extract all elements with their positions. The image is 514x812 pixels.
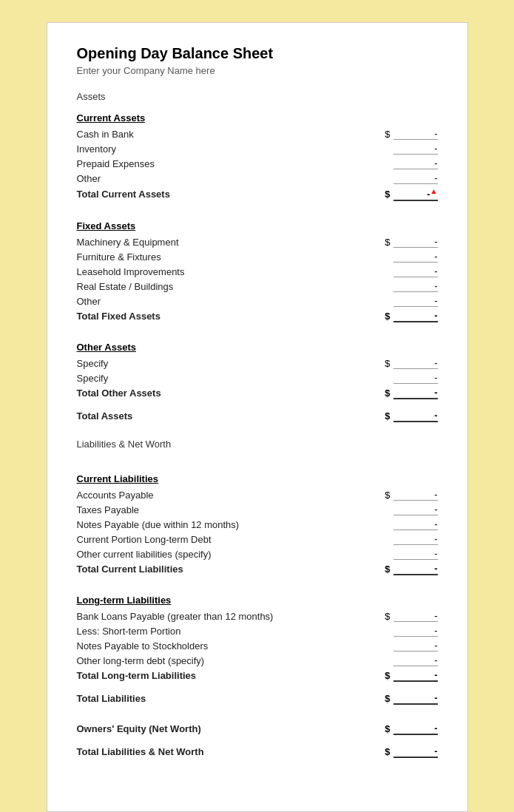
list-item: Current Portion Long-term Debt - [77, 532, 438, 547]
owners-equity-row: Owners' Equity (Net Worth) $ - [77, 721, 438, 737]
list-item: Real Estate / Buildings - [77, 279, 438, 294]
total-assets-label: Total Assets [77, 410, 319, 422]
item-label: Cash in Bank [77, 129, 319, 140]
other-assets-header: Other Assets [77, 342, 438, 353]
total-current-assets-row: Total Current Assets $ -▲ [77, 186, 438, 203]
list-item: Notes Payable to Stockholders - [77, 638, 438, 653]
list-item: Inventory - [77, 141, 438, 156]
list-item: Accounts Payable $ - [77, 487, 438, 502]
list-item: Other - [77, 294, 438, 308]
list-item: Bank Loans Payable (greater than 12 mont… [77, 609, 438, 623]
list-item: Prepaid Expenses - [77, 156, 438, 171]
list-item: Other - [77, 171, 438, 186]
total-other-assets-row: Total Other Assets $ - [77, 385, 438, 401]
list-item: Less: Short-term Portion - [77, 623, 438, 638]
assets-label: Assets [77, 91, 438, 102]
total-liabilities-networth-label: Total Liabilities & Net Worth [77, 746, 319, 757]
page-title: Opening Day Balance Sheet [77, 45, 438, 62]
list-item: Taxes Payable - [77, 502, 438, 517]
current-liabilities-header: Current Liabilities [77, 473, 438, 484]
total-current-liabilities-label: Total Current Liabilities [77, 564, 319, 575]
total-fixed-assets-row: Total Fixed Assets $ - [77, 308, 438, 324]
list-item: Notes Payable (due within 12 months) - [77, 517, 438, 532]
total-other-assets-label: Total Other Assets [77, 388, 319, 399]
list-item: Machinery & Equipment $ - [77, 234, 438, 249]
fixed-assets-header: Fixed Assets [77, 220, 438, 231]
total-current-liabilities-row: Total Current Liabilities $ - [77, 561, 438, 577]
list-item: Cash in Bank $ - [77, 126, 438, 141]
total-fixed-assets-label: Total Fixed Assets [77, 311, 319, 322]
total-assets-row: Total Assets $ - [77, 408, 438, 424]
company-name-subtitle: Enter your Company Name here [77, 65, 438, 76]
list-item: Specify - [77, 371, 438, 385]
total-liabilities-label: Total Liabilities [77, 693, 319, 704]
owners-equity-label: Owners' Equity (Net Worth) [77, 723, 319, 734]
total-current-assets-label: Total Current Assets [77, 189, 319, 200]
current-assets-header: Current Assets [77, 112, 438, 124]
list-item: Furniture & Fixtures - [77, 249, 438, 264]
total-liabilities-row: Total Liabilities $ - [77, 691, 438, 706]
item-amount: $ - [319, 128, 438, 140]
liabilities-label: Liabilities & Net Worth [77, 439, 438, 450]
list-item: Leasehold Improvements - [77, 264, 438, 279]
longterm-liabilities-header: Long-term Liabilities [77, 595, 438, 606]
list-item: Specify $ - [77, 356, 438, 371]
total-longterm-liabilities-row: Total Long-term Liabilities $ - [77, 668, 438, 683]
total-liabilities-networth-row: Total Liabilities & Net Worth $ - [77, 744, 438, 759]
total-longterm-liabilities-label: Total Long-term Liabilities [77, 670, 319, 681]
list-item: Other current liabilities (specify) - [77, 547, 438, 561]
list-item: Other long-term debt (specify) - [77, 653, 438, 668]
balance-sheet-container: Opening Day Balance Sheet Enter your Com… [47, 22, 468, 812]
